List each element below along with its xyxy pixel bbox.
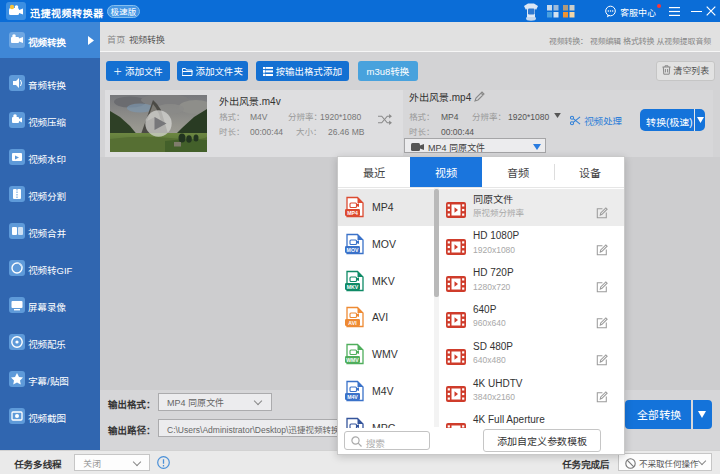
svg-text:MOV: MOV — [347, 246, 359, 252]
svg-text:MKV: MKV — [347, 283, 359, 289]
svg-text:MP4: MP4 — [347, 210, 358, 216]
svg-text:AVI: AVI — [348, 320, 357, 326]
svg-text:M4V: M4V — [347, 394, 358, 400]
svg-text:WMV: WMV — [346, 357, 359, 363]
